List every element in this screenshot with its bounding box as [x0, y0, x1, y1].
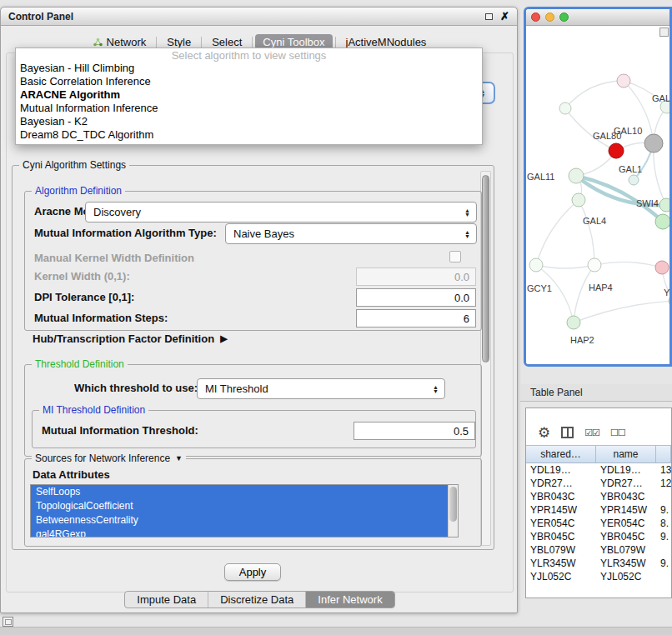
algorithm-option[interactable]: ARACNE Algorithm — [16, 88, 482, 102]
table-row[interactable]: YBR045CYBR045C9. — [526, 530, 671, 543]
network-node-pink_top[interactable] — [617, 74, 630, 88]
algorithm-option[interactable]: Bayesian - Hill Climbing — [16, 62, 482, 75]
table-row[interactable]: YPR145WYPR145W9. — [526, 503, 671, 517]
attribute-item[interactable]: gal4RGexp — [31, 528, 458, 538]
algorithm-placeholder: Select algorithm to view settings — [16, 49, 482, 62]
tab-separator — [156, 37, 157, 48]
network-node-green_r[interactable] — [655, 214, 670, 229]
select-all-icon[interactable]: ☑☑ — [584, 428, 599, 438]
algorithm-option[interactable]: Basic Correlation Inference — [16, 75, 482, 88]
network-node-gal10[interactable] — [609, 143, 624, 158]
mi-type-select[interactable]: Naive Bayes ▲▼ — [225, 223, 477, 244]
manual-kernel-label: Manual Kernel Width Definition — [34, 252, 194, 264]
network-node-hap4[interactable] — [588, 258, 601, 272]
network-edge[interactable] — [574, 265, 594, 322]
aracne-mode-select[interactable]: Discovery ▲▼ — [85, 202, 477, 222]
network-edge[interactable] — [565, 108, 616, 151]
collapse-down-icon: ▼ — [175, 454, 183, 462]
bottom-tab-infer-network[interactable]: Infer Network — [305, 592, 394, 608]
network-edge[interactable] — [536, 265, 574, 322]
table-panel-title: Table Panel — [530, 387, 583, 398]
network-edge[interactable] — [594, 262, 662, 268]
network-overview-toggle[interactable] — [659, 28, 669, 37]
deselect-all-icon[interactable]: ☐☐ — [610, 428, 625, 438]
network-node-swi4[interactable] — [659, 198, 672, 212]
network-edge[interactable] — [579, 200, 594, 265]
apply-button[interactable]: Apply — [224, 563, 281, 581]
network-window-titlebar[interactable] — [526, 9, 669, 26]
network-node-gal11[interactable] — [569, 168, 584, 183]
attributes-scrollbar[interactable] — [448, 485, 458, 537]
node-label: HAP2 — [570, 335, 594, 345]
column-header-name[interactable]: name — [596, 446, 656, 462]
attributes-scrollbar-thumb[interactable] — [449, 487, 457, 522]
table-cell: YJL052C — [596, 570, 656, 583]
mi-threshold-field[interactable]: 0.5 — [354, 422, 475, 440]
network-node-gal1[interactable] — [629, 175, 639, 185]
kernel-width-field[interactable]: 0.0 — [356, 268, 476, 286]
close-traffic-light[interactable] — [531, 12, 540, 22]
mi-steps-field[interactable]: 6 — [356, 309, 476, 328]
hub-definition-expander[interactable]: Hub/Transcription Factor Definition ▶ — [33, 332, 228, 345]
aracne-mode-value: Discovery — [93, 206, 141, 218]
table-row[interactable]: YBR043CYBR043C — [526, 490, 671, 503]
settings-scrollbar-thumb[interactable] — [482, 175, 489, 362]
column-header-shared-name[interactable]: shared… — [526, 446, 596, 462]
algorithm-option[interactable]: Mutual Information Inference — [16, 102, 482, 115]
network-edge[interactable] — [574, 301, 672, 322]
sources-expander[interactable]: Sources for Network Inference ▼ — [32, 452, 186, 464]
table-row[interactable]: YDL19…YDL19…13 — [526, 463, 671, 477]
network-node-pink_r[interactable] — [655, 261, 669, 274]
table-row[interactable]: YER054CYER054C8. — [526, 517, 671, 530]
manual-kernel-checkbox[interactable] — [449, 251, 461, 262]
data-attributes-list[interactable]: SelfLoopsTopologicalCoefficientBetweenne… — [30, 484, 459, 538]
dpi-tolerance-field[interactable]: 0.0 — [356, 288, 476, 307]
algorithm-definition-title: Algorithm Definition — [32, 185, 125, 197]
which-threshold-select[interactable]: MI Threshold ▲▼ — [197, 378, 445, 399]
mi-steps-value: 6 — [464, 312, 469, 325]
network-node-gcy1[interactable] — [529, 258, 543, 272]
network-edge[interactable] — [536, 200, 579, 265]
table-row[interactable]: YDR27…YDR27…12 — [526, 477, 671, 490]
network-edge[interactable] — [536, 265, 594, 268]
node-label: SWI4 — [636, 198, 659, 208]
settings-group-title: Cyni Algorithm Settings — [19, 159, 129, 171]
control-panel-titlebar[interactable]: Control Panel ✗ — [1, 8, 517, 26]
table-row[interactable]: YJL052CYJL052C — [526, 570, 671, 583]
table-row[interactable]: YBL079WYBL079W — [526, 543, 671, 557]
float-window-icon[interactable] — [485, 13, 493, 20]
zoom-traffic-light[interactable] — [559, 12, 569, 22]
attribute-item[interactable]: TopologicalCoefficient — [31, 499, 458, 513]
algorithm-option[interactable]: Bayesian - K2 — [16, 115, 482, 128]
network-node-gal4[interactable] — [572, 193, 585, 207]
table-cell: YER054C — [596, 517, 656, 530]
attribute-item[interactable]: BetweennessCentrality — [31, 513, 458, 528]
node-label: GAL — [652, 93, 670, 103]
columns-icon[interactable] — [561, 427, 574, 438]
table-panel-tab[interactable]: Table Panel — [520, 384, 672, 402]
table-cell — [656, 543, 671, 557]
table-row[interactable]: YLR345WYLR345W9. — [526, 557, 671, 570]
restore-panel-icon[interactable] — [3, 617, 13, 627]
node-label: GAL4 — [583, 216, 606, 226]
network-node-hap2[interactable] — [567, 316, 580, 329]
attribute-item[interactable]: SelfLoops — [31, 485, 458, 499]
column-header-extra[interactable] — [656, 446, 671, 462]
tab-label: Style — [167, 36, 191, 48]
data-attributes-label: Data Attributes — [33, 469, 110, 481]
network-node-gray[interactable] — [644, 134, 663, 152]
node-label: GCY1 — [527, 283, 552, 293]
algorithm-option[interactable]: Dream8 DC_TDC Algorithm — [16, 128, 482, 142]
gear-icon[interactable]: ⚙ — [538, 426, 550, 440]
network-node-gal80[interactable] — [559, 102, 571, 114]
bottom-tab-discretize-data[interactable]: Discretize Data — [208, 592, 305, 608]
minimize-traffic-light[interactable] — [545, 12, 554, 22]
tab-separator — [335, 37, 336, 48]
close-icon[interactable]: ✗ — [500, 11, 509, 22]
mi-type-value: Naive Bayes — [233, 228, 294, 240]
threshold-definition-title: Threshold Definition — [32, 358, 128, 370]
network-canvas[interactable]: GALGAL80GAL10GAL11GAL1SWI4GAL4GCY1HAP4HA… — [526, 26, 669, 364]
table-cell: YDR27… — [596, 477, 656, 490]
bottom-tab-impute-data[interactable]: Impute Data — [125, 592, 208, 608]
network-edge[interactable] — [565, 81, 624, 108]
